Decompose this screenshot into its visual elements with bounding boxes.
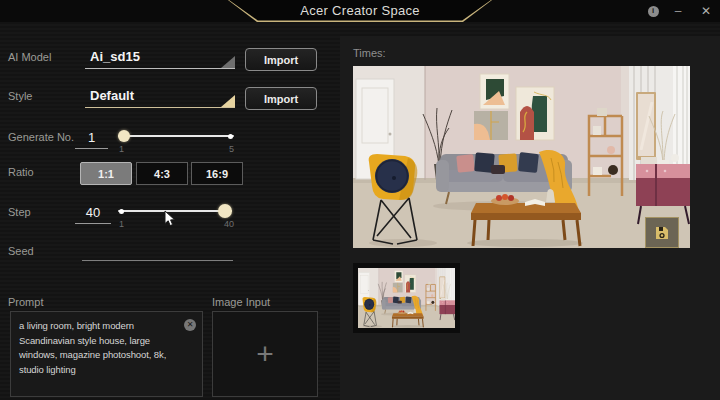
generate-no-label: Generate No. xyxy=(8,131,74,143)
step-slider[interactable] xyxy=(118,203,232,219)
ai-model-dropdown[interactable]: Ai_sd15 xyxy=(85,47,235,69)
generate-no-value[interactable]: 1 xyxy=(75,130,108,145)
image-input-label: Image Input xyxy=(212,296,270,308)
prompt-label: Prompt xyxy=(8,296,43,308)
generate-no-slider[interactable] xyxy=(118,128,234,144)
minimize-button[interactable]: – xyxy=(668,0,688,22)
times-label: Times: xyxy=(353,47,386,59)
ratio-label: Ratio xyxy=(8,166,34,178)
minimize-icon: – xyxy=(675,4,682,18)
dropdown-corner-icon xyxy=(221,95,235,107)
style-value: Default xyxy=(90,88,134,103)
step-max: 40 xyxy=(224,219,234,229)
generate-no-slider-handle[interactable] xyxy=(118,130,130,142)
title-emblem: Acer Creator Space xyxy=(228,0,492,22)
prompt-text: a living room, bright modern Scandinavia… xyxy=(19,319,180,378)
result-thumbnail-image xyxy=(358,268,455,328)
title-bar: Acer Creator Space i – ✕ xyxy=(0,0,720,22)
step-min: 1 xyxy=(119,219,124,229)
step-slider-handle[interactable] xyxy=(218,204,232,218)
ratio-option-1-1[interactable]: 1:1 xyxy=(80,162,132,185)
app-title: Acer Creator Space xyxy=(228,3,492,18)
clear-icon: ✕ xyxy=(187,321,194,329)
info-icon: i xyxy=(648,6,659,17)
close-icon: ✕ xyxy=(701,4,711,18)
style-dropdown[interactable]: Default xyxy=(85,86,235,108)
prompt-clear-button[interactable]: ✕ xyxy=(184,319,196,331)
result-thumbnail[interactable] xyxy=(353,263,460,333)
save-icon xyxy=(654,225,670,241)
save-image-button[interactable] xyxy=(645,217,679,248)
plus-icon: + xyxy=(256,339,274,369)
image-input-dropzone[interactable]: + xyxy=(212,311,318,397)
ai-model-import-button[interactable]: Import xyxy=(245,48,317,71)
generated-image-preview xyxy=(353,66,690,248)
app-window: Acer Creator Space i – ✕ AI Model Ai_sd1… xyxy=(0,0,720,400)
step-label: Step xyxy=(8,206,31,218)
ratio-option-16-9[interactable]: 16:9 xyxy=(191,162,243,185)
dropdown-corner-icon xyxy=(221,56,235,68)
style-label: Style xyxy=(8,90,32,102)
ratio-option-4-3[interactable]: 4:3 xyxy=(136,162,188,185)
prompt-input[interactable]: a living room, bright modern Scandinavia… xyxy=(10,311,203,397)
ai-model-label: AI Model xyxy=(8,51,51,63)
close-button[interactable]: ✕ xyxy=(694,0,718,22)
ai-model-value: Ai_sd15 xyxy=(90,49,140,64)
generate-no-max: 5 xyxy=(229,144,234,154)
output-panel: Times: xyxy=(340,36,720,400)
seed-input[interactable] xyxy=(82,244,233,261)
style-import-button[interactable]: Import xyxy=(245,87,317,110)
seed-label: Seed xyxy=(8,245,34,257)
generate-no-min: 1 xyxy=(119,144,124,154)
info-button[interactable]: i xyxy=(644,0,662,22)
step-value[interactable]: 40 xyxy=(75,205,111,220)
